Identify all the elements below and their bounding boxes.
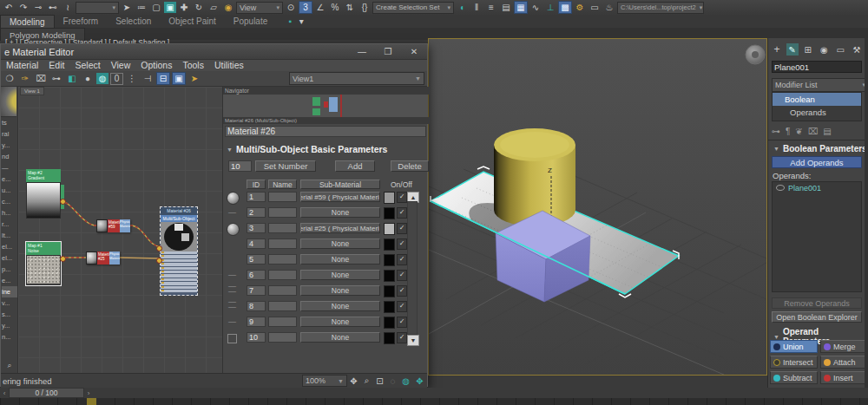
- object-name-field[interactable]: Plane001: [772, 61, 862, 73]
- snap-toggle-icon[interactable]: 3: [299, 1, 312, 14]
- display-tab-icon[interactable]: ▭: [833, 43, 847, 56]
- column-submaterial-button[interactable]: Sub-Material: [300, 180, 380, 189]
- next-frame-arrow[interactable]: ›: [84, 389, 93, 397]
- use-pivot-center-icon[interactable]: ⊙: [284, 1, 298, 14]
- row-color-swatch[interactable]: [384, 270, 395, 282]
- browser-item[interactable]: s...: [2, 309, 17, 320]
- row-onoff-checkbox[interactable]: [397, 301, 407, 312]
- row-id-field[interactable]: 8: [247, 301, 266, 311]
- time-slider[interactable]: 0 / 100: [9, 388, 84, 398]
- zoom-region-icon[interactable]: ⊡: [373, 375, 386, 388]
- submaterial-preview[interactable]: [227, 192, 240, 205]
- row-name-field[interactable]: [268, 207, 297, 218]
- row-name-field[interactable]: [268, 238, 297, 249]
- node-view[interactable]: View 1 Map #2 Gradient: [18, 87, 222, 374]
- row-submaterial-button[interactable]: None: [300, 332, 380, 343]
- row-onoff-checkbox[interactable]: [397, 207, 407, 219]
- delete-button[interactable]: Delete: [391, 160, 429, 172]
- pin-stack-icon[interactable]: ⊶: [772, 127, 780, 136]
- rect-select-region-icon[interactable]: ▢: [149, 1, 163, 14]
- browser-item[interactable]: e...: [2, 275, 17, 286]
- scroll-down-button[interactable]: ▼: [407, 335, 419, 346]
- row-submaterial-button[interactable]: terial #25 ( Physical Materia: [300, 223, 380, 233]
- create-selection-set-dropdown[interactable]: Create Selection Set▾: [372, 2, 454, 14]
- row-name-field[interactable]: [268, 301, 297, 311]
- browser-item[interactable]: r...: [2, 219, 17, 230]
- prev-frame-arrow[interactable]: ‹: [0, 389, 9, 397]
- row-id-field[interactable]: 10: [247, 332, 266, 343]
- operand-list-item[interactable]: Plane001: [773, 182, 861, 193]
- layout-children-icon[interactable]: ▣: [172, 72, 186, 85]
- row-submaterial-button[interactable]: terial #59 ( Physical Materia: [300, 192, 380, 202]
- ribbon-minimize-icon[interactable]: ▾: [297, 15, 306, 28]
- rollout-collapse-icon[interactable]: ▼: [773, 146, 779, 152]
- row-submaterial-button[interactable]: None: [300, 207, 380, 218]
- boolean-parameters-rollout[interactable]: ▼ Boolean Parameters: [773, 144, 867, 154]
- row-submaterial-button[interactable]: None: [300, 285, 380, 296]
- create-tab-icon[interactable]: +: [770, 43, 784, 56]
- intersect-button[interactable]: Intersect: [770, 356, 818, 369]
- browser-preview-thumbnail[interactable]: [1, 87, 16, 117]
- schematic-view-icon[interactable]: ⊥: [543, 1, 557, 14]
- configure-sets-icon[interactable]: ▤: [823, 127, 831, 136]
- row-id-field[interactable]: 9: [247, 317, 266, 327]
- browser-item[interactable]: ts: [2, 117, 17, 128]
- browser-item[interactable]: ral: [2, 128, 17, 140]
- select-and-scale-icon[interactable]: ▱: [207, 1, 220, 14]
- row-onoff-checkbox[interactable]: [397, 254, 407, 265]
- row-color-swatch[interactable]: [384, 207, 395, 219]
- utilities-tab-icon[interactable]: ⚒: [850, 43, 864, 56]
- add-operands-button[interactable]: Add Operands: [772, 156, 862, 168]
- row-name-field[interactable]: [268, 254, 297, 265]
- parameter-editor-header[interactable]: Material #26 (Multi/Sub-Object): [223, 117, 430, 124]
- select-and-place-icon[interactable]: ◉: [221, 1, 235, 14]
- row-onoff-checkbox[interactable]: [397, 223, 407, 234]
- track-bar[interactable]: [0, 398, 868, 405]
- percent-snap-icon[interactable]: %: [328, 1, 342, 14]
- browser-item[interactable]: y...: [2, 320, 17, 331]
- rollout-collapse-icon[interactable]: ▼: [227, 147, 233, 153]
- browser-item[interactable]: u...: [2, 185, 17, 196]
- motion-tab-icon[interactable]: ◉: [818, 43, 832, 56]
- menu-utilities[interactable]: Utilities: [209, 60, 249, 70]
- select-and-move-icon[interactable]: ✚: [177, 1, 191, 14]
- material-name-field[interactable]: Material #26: [225, 126, 426, 137]
- assign-material-icon[interactable]: ◧: [65, 72, 79, 85]
- render-setup-icon[interactable]: ⚙: [573, 1, 587, 14]
- rendered-frame-icon[interactable]: ▭: [588, 1, 602, 14]
- row-name-field[interactable]: [268, 285, 297, 296]
- scene-explorer-icon[interactable]: ▤: [499, 1, 513, 14]
- row-submaterial-button[interactable]: None: [300, 301, 380, 311]
- node-map-gradient[interactable]: Map #2 Gradient: [26, 169, 61, 219]
- selection-filter-dropdown[interactable]: ▾: [76, 2, 119, 14]
- node-material-25[interactable]: Material #25 Physical Material: [86, 251, 120, 265]
- ribbon-tab-object-paint[interactable]: Object Paint: [160, 15, 224, 28]
- output-socket[interactable]: [60, 199, 66, 205]
- input-socket[interactable]: [156, 258, 162, 264]
- add-button[interactable]: Add: [335, 160, 375, 172]
- operands-list[interactable]: Plane001: [772, 181, 862, 292]
- row-id-field[interactable]: 5: [247, 254, 266, 265]
- attach-button[interactable]: Attach: [820, 356, 867, 369]
- row-submaterial-button[interactable]: None: [300, 270, 380, 280]
- row-name-field[interactable]: [268, 223, 297, 233]
- ribbon-tab-selection[interactable]: Selection: [107, 15, 160, 28]
- eye-icon[interactable]: [776, 185, 785, 191]
- row-id-field[interactable]: 3: [247, 223, 266, 233]
- row-id-field[interactable]: 4: [247, 238, 266, 249]
- ribbon-tab-modeling[interactable]: Modeling: [0, 15, 55, 29]
- browser-item[interactable]: e...: [2, 173, 17, 185]
- spinner-snap-icon[interactable]: ⇅: [343, 1, 357, 14]
- make-unique-icon[interactable]: ❦: [795, 127, 802, 136]
- row-onoff-checkbox[interactable]: [397, 238, 407, 250]
- input-socket[interactable]: [156, 245, 162, 251]
- browser-item[interactable]: v...: [2, 297, 17, 309]
- menu-tools[interactable]: Tools: [177, 60, 209, 70]
- vertical-dots-icon[interactable]: ⋮: [125, 72, 139, 85]
- row-color-swatch[interactable]: [384, 238, 395, 251]
- insert-button[interactable]: Insert: [820, 371, 867, 384]
- menu-view[interactable]: View: [106, 60, 136, 70]
- row-id-field[interactable]: 6: [247, 270, 266, 280]
- move-children-icon[interactable]: ⊶: [49, 72, 63, 85]
- undo-icon[interactable]: ↶: [2, 1, 16, 14]
